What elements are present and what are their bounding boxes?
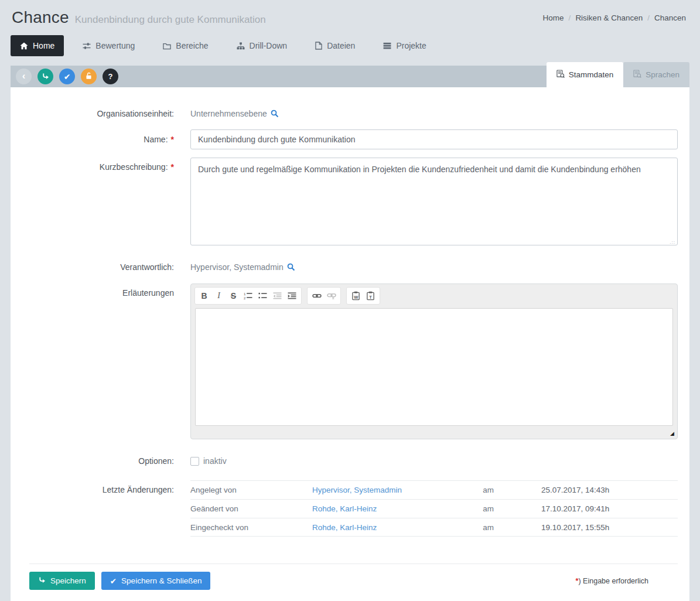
save-button[interactable]: Speichern [29,572,95,590]
document-search-icon [633,70,641,80]
change-am: am [483,504,541,513]
unlink-button[interactable] [324,289,339,303]
unlock-button[interactable] [81,69,97,84]
nav-item-dateien[interactable]: Dateien [306,35,364,56]
short-desc-textarea[interactable]: Durch gute und regelmäßige Kommunikation… [190,158,678,245]
org-unit-label: Organisationseinheit: [11,109,190,118]
breadcrumb-separator: / [647,13,650,22]
change-user-link[interactable]: Rohde, Karl-Heinz [312,523,377,532]
change-date: 17.10.2017, 09:41h [541,504,678,513]
numbered-list-button[interactable]: 12 [241,289,255,303]
breadcrumb-chancen[interactable]: Chancen [654,13,686,22]
name-input[interactable] [190,129,678,149]
back-button[interactable]: ‹ [16,69,32,84]
nav-item-label: Bewertung [95,41,135,50]
table-row: Geändert von Rohde, Karl-Heinz am 17.10.… [190,499,678,518]
save-button-label: Speichern [50,576,86,585]
page-header: Chance Kundenbindung durch gute Kommunik… [0,0,700,27]
detail-tabs: Stammdaten Sprachen [547,62,689,87]
save-arrow-icon [38,576,46,585]
table-row: Eingecheckt von Rohde, Karl-Heinz am 19.… [190,518,678,537]
resize-handle[interactable]: .:: [670,240,675,245]
paste-from-word-button[interactable]: W [349,289,363,303]
strikethrough-button[interactable]: S [226,289,241,303]
save-arrow-icon [42,72,49,81]
nav-item-label: Dateien [327,41,355,50]
change-action: Eingecheckt von [190,523,312,532]
nav-item-label: Projekte [396,41,426,50]
tab-label: Sprachen [646,70,679,79]
chevron-left-icon: ‹ [22,71,26,81]
org-unit-value: Unternehmensebene [190,109,267,118]
outdent-button[interactable] [270,289,285,303]
save-close-button-label: Speichern & Schließen [121,576,202,585]
nav-item-home[interactable]: Home [11,35,64,56]
svg-text:2: 2 [244,296,246,300]
search-icon[interactable] [287,263,295,271]
italic-button[interactable]: I [211,289,226,303]
richtext-toolbar: B I S 12 [191,284,677,308]
change-action: Geändert von [190,504,312,513]
name-label: Name: [144,135,168,144]
link-button[interactable] [309,289,324,303]
action-toolbar: ‹ ✔ ? Stammdaten [11,66,689,87]
change-user-link[interactable]: Hypervisor, Systemadmin [312,486,402,494]
nav-item-bereiche[interactable]: Bereiche [153,35,217,56]
options-label: Optionen: [11,456,190,466]
check-icon: ✔ [110,576,117,586]
nav-item-drilldown[interactable]: Drill-Down [227,35,297,56]
breadcrumb: Home / Risiken & Chancen / Chancen [543,13,686,22]
richtext-bottom-bar: ◢ [191,426,677,439]
editor-resize-handle[interactable]: ◢ [670,431,674,436]
notes-label: Erläuterungen [11,284,190,439]
svg-text:T: T [369,295,372,300]
richtext-content-area[interactable] [195,308,673,426]
form-footer: Speichern ✔ Speichern & Schließen *) Ein… [11,572,689,590]
footer-divider [29,564,678,564]
tab-stammdaten[interactable]: Stammdaten [547,62,624,87]
nav-item-projekte[interactable]: Projekte [374,35,435,56]
save-and-close-button[interactable]: ✔ Speichern & Schließen [101,572,211,590]
change-user-link[interactable]: Rohde, Karl-Heinz [312,504,377,513]
change-date: 25.07.2017, 14:43h [541,486,678,494]
record-subtitle: Kundenbindung durch gute Kommunikation [75,14,266,26]
last-changes-table: Angelegt von Hypervisor, Systemadmin am … [190,480,678,537]
svg-text:1: 1 [244,292,246,296]
inactive-checkbox-label: inaktiv [203,456,227,466]
indent-button[interactable] [285,289,299,303]
search-icon[interactable] [271,110,279,118]
help-button[interactable]: ? [103,69,118,84]
main-nav: Home Bewertung Bereiche Drill-Down Datei… [11,35,700,56]
save-button-circle[interactable] [37,69,53,84]
file-icon [315,42,322,50]
folder-icon [163,42,171,50]
last-changes-label: Letzte Änderungen: [11,480,190,537]
tab-sprachen[interactable]: Sprachen [623,62,689,87]
paste-as-text-button[interactable]: T [363,289,378,303]
stammdaten-form: Organisationseinheit: Unternehmensebene … [11,87,689,537]
checkin-button[interactable]: ✔ [59,69,75,84]
tab-label: Stammdaten [569,70,614,79]
bold-button[interactable]: B [197,289,211,303]
sliders-icon [83,42,91,50]
nav-item-bewertung[interactable]: Bewertung [73,35,144,56]
nav-item-label: Home [33,41,54,50]
app-title: Chance [12,8,69,27]
required-asterisk: * [171,162,174,172]
svg-text:W: W [354,295,358,300]
question-icon: ? [108,72,113,81]
breadcrumb-separator: / [569,13,571,22]
document-search-icon [556,70,565,80]
breadcrumb-risiken-chancen[interactable]: Risiken & Chancen [575,13,643,22]
home-icon [20,42,28,50]
bulleted-list-button[interactable] [255,289,270,303]
change-am: am [483,523,541,532]
breadcrumb-home[interactable]: Home [543,13,564,22]
content-card: ‹ ✔ ? Stammdaten [11,66,689,601]
richtext-editor: B I S 12 [190,284,678,439]
sitemap-icon [237,42,245,50]
inactive-checkbox[interactable] [190,457,199,466]
list-icon [383,42,391,49]
check-icon: ✔ [64,72,71,81]
table-row: Angelegt von Hypervisor, Systemadmin am … [190,480,678,499]
